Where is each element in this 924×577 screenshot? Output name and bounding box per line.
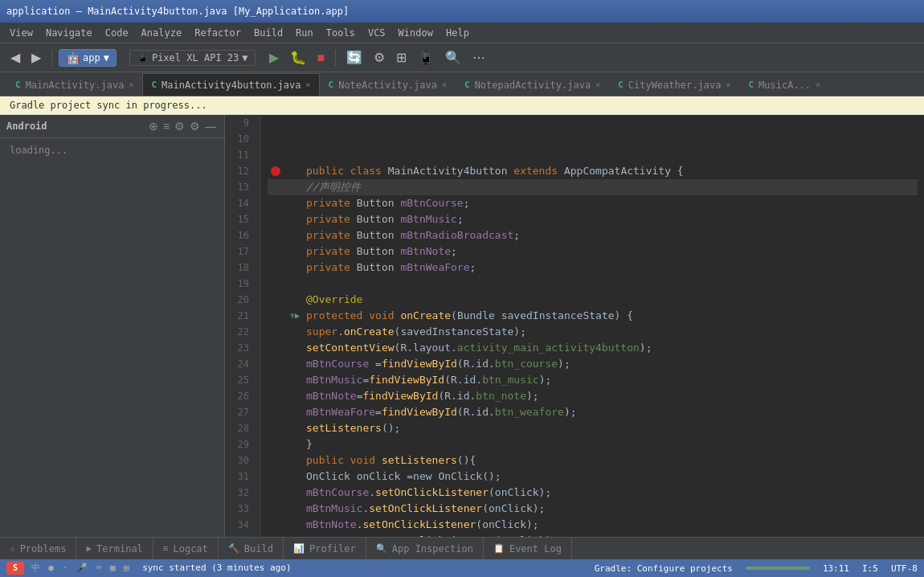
tab-label-1: MainActivity4button.java: [161, 80, 301, 91]
bottom-tab-build[interactable]: 🔨Build: [219, 538, 284, 559]
layout-button[interactable]: ⊞: [392, 47, 411, 68]
token-method: onCreate: [400, 309, 451, 321]
tab-label-4: CityWeather.java: [628, 80, 722, 91]
code-tokens-14: private Button mBtnCourse;: [306, 195, 470, 211]
token-string: activity_main_activity4button: [457, 342, 640, 354]
sidebar-close-btn[interactable]: —: [203, 118, 218, 134]
breakpoint-12: [271, 166, 280, 176]
token-plain: );: [513, 325, 526, 338]
token-string: btn_weafore: [495, 406, 564, 418]
token-param: savedInstanceState: [501, 309, 615, 321]
inspector-button[interactable]: 🔍: [441, 47, 465, 68]
sync-button[interactable]: 🔄: [342, 47, 366, 68]
more-button[interactable]: ⋯: [468, 47, 489, 68]
toolbar-separator-2: [335, 50, 336, 66]
token-plain: (R.id.: [438, 390, 476, 402]
token-plain: [495, 309, 501, 321]
code-tokens-31: OnClick onClick =new OnClick();: [306, 469, 501, 485]
bottom-tab-icon-5: 🔍: [376, 543, 387, 554]
token-plain: OnClick: [438, 470, 482, 482]
token-plain: Bundle: [457, 309, 495, 321]
code-content[interactable]: 9101112131415161718192021222324252627282…: [225, 115, 924, 537]
tab-MusicA...[interactable]: CMusicA...×: [739, 73, 829, 96]
tab-close-3[interactable]: ×: [595, 80, 600, 89]
bottom-tab-logcat[interactable]: ≡Logcat: [153, 538, 219, 559]
tab-close-0[interactable]: ×: [129, 80, 133, 89]
tab-NoteActivity[interactable]: CNoteActivity.java×: [320, 73, 456, 96]
token-kw: private: [306, 245, 350, 257]
line-number-29: 29: [225, 436, 256, 452]
tab-icon-1: C: [151, 80, 157, 90]
toolbar: ◀ ▶ 🤖 app ▼ 📱 Pixel XL API 23 ▼ ▶ 🐛 ■ 🔄 …: [0, 43, 924, 72]
line-number-23: 23: [225, 340, 256, 356]
sidebar-collapse-btn[interactable]: ≡: [161, 118, 171, 134]
code-tokens-15: private Button mBtnMusic;: [306, 211, 464, 227]
app-selector[interactable]: 🤖 app ▼: [59, 49, 117, 67]
menu-vcs[interactable]: VCS: [362, 25, 392, 41]
devices-button[interactable]: 📱: [414, 47, 438, 68]
line-number-13: 13: [225, 179, 256, 195]
android-icon: 🤖: [66, 51, 80, 64]
token-field: mBtnNote: [306, 518, 357, 530]
token-plain: ();: [482, 470, 501, 482]
status-text: S 中 ● · 🎤 ⌨ ▦ ▤ sync started (3 minutes …: [6, 562, 595, 575]
tab-MainActivity[interactable]: CMainActivity.java×: [6, 73, 142, 96]
tab-close-4[interactable]: ×: [726, 80, 730, 89]
tab-CityWeather[interactable]: CCityWeather.java×: [609, 73, 739, 96]
bottom-tab-app-inspection[interactable]: 🔍App Inspection: [366, 538, 484, 559]
time-display: 13:11: [823, 563, 849, 574]
column-display: I:5: [862, 563, 878, 574]
menu-window[interactable]: Window: [392, 25, 440, 41]
bottom-tab-terminal[interactable]: ▶Terminal: [76, 538, 153, 559]
token-method: setListeners: [306, 422, 382, 434]
tab-close-5[interactable]: ×: [816, 80, 820, 89]
token-string: btn_note: [476, 390, 526, 402]
sidebar-gear-btn[interactable]: ⚙: [188, 118, 202, 134]
code-line-28: setListeners();: [268, 420, 918, 436]
line-number-12: 12: [225, 163, 256, 179]
menu-run[interactable]: Run: [289, 25, 320, 41]
code-line-19: [268, 276, 918, 292]
tab-MainActivity4button[interactable]: CMainActivity4button.java×: [142, 73, 319, 96]
menu-build[interactable]: Build: [247, 25, 289, 41]
code-line-32: mBtnCourse.setOnClickListener(onClick);: [268, 485, 918, 501]
token-plain: =new: [400, 470, 438, 482]
menu-tools[interactable]: Tools: [320, 25, 362, 41]
code-line-33: mBtnMusic.setOnClickListener(onClick);: [268, 501, 918, 517]
tab-close-2[interactable]: ×: [442, 80, 447, 89]
debug-button[interactable]: 🐛: [286, 47, 310, 68]
bottom-tab-profiler[interactable]: 📊Profiler: [284, 538, 366, 559]
token-plain: ;: [451, 245, 457, 257]
bottom-tab-event-log[interactable]: 📋Event Log: [484, 538, 572, 559]
menu-view[interactable]: View: [3, 25, 39, 41]
menu-help[interactable]: Help: [440, 25, 476, 41]
token-kw: super: [306, 325, 337, 338]
menu-refactor[interactable]: Refactor: [188, 25, 247, 41]
stop-button[interactable]: ■: [313, 48, 329, 68]
tab-NotepadActivity[interactable]: CNotepadActivity.java×: [456, 73, 609, 96]
code-tokens-20: @Override: [306, 292, 362, 308]
tab-icon-5: C: [748, 80, 754, 90]
code-line-21: ▼▶ protected void onCreate(Bundle savedI…: [268, 308, 918, 324]
settings-button[interactable]: ⚙: [370, 47, 389, 68]
menu-navigate[interactable]: Navigate: [39, 25, 99, 41]
bottom-tab-problems[interactable]: ⚠Problems: [0, 538, 76, 559]
forward-button[interactable]: ▶: [27, 47, 45, 68]
tab-close-1[interactable]: ×: [306, 80, 311, 89]
line-number-16: 16: [225, 227, 256, 243]
sidebar-locate-btn[interactable]: ⊕: [147, 118, 160, 134]
run-gutter-21[interactable]: ▶: [295, 308, 300, 324]
token-kw: private: [306, 261, 350, 273]
sidebar-settings-btn[interactable]: ⚙: [173, 118, 186, 134]
run-button[interactable]: ▶: [265, 47, 283, 68]
device-selector[interactable]: 📱 Pixel XL API 23 ▼: [129, 50, 256, 66]
token-field: mBtnWeaFore: [400, 261, 469, 273]
line-number-14: 14: [225, 195, 256, 211]
token-plain: }: [306, 438, 313, 450]
back-button[interactable]: ◀: [6, 47, 24, 68]
token-kw: void: [350, 454, 375, 466]
menu-analyze[interactable]: Analyze: [135, 25, 189, 41]
menu-code[interactable]: Code: [99, 25, 135, 41]
token-field: mBtnWeaFore: [306, 406, 375, 418]
code-tokens-30: public void setListeners(){: [306, 452, 476, 469]
